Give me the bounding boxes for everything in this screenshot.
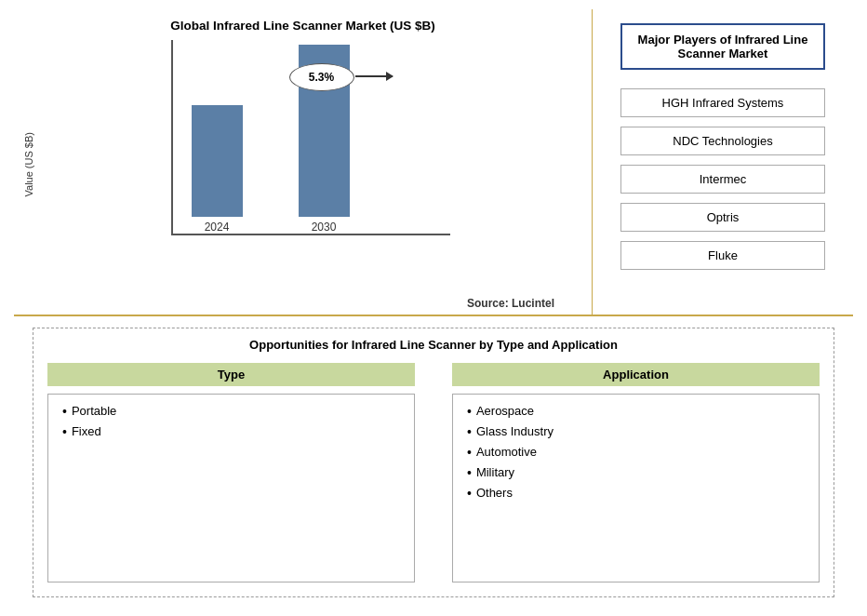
player-item-4: Fluke: [620, 241, 825, 270]
annotation-area: 5.3%: [285, 59, 396, 114]
chart-title: Global Infrared Line Scanner Market (US …: [170, 19, 434, 33]
bullet-icon: •: [467, 424, 472, 439]
player-item-0: HGH Infrared Systems: [620, 88, 825, 117]
app-item-0: • Aerospace: [467, 404, 809, 419]
bullet-icon: •: [467, 486, 472, 501]
bullet-icon: •: [467, 465, 472, 480]
type-item-0: • Portable: [62, 404, 405, 419]
type-content: • Portable • Fixed: [47, 394, 415, 583]
bar-2024: [192, 105, 243, 217]
y-axis-label: Value (US $B): [23, 132, 34, 197]
bars-container: 5.3% 2024 2030: [171, 40, 450, 235]
app-item-2: • Automotive: [467, 445, 809, 460]
player-item-3: Optris: [620, 203, 825, 232]
players-title: Major Players of Infrared Line Scanner M…: [620, 23, 825, 70]
opportunities-title: Opportunities for Infrared Line Scanner …: [47, 338, 820, 352]
chart-wrapper: Value (US $B) 5.3% 2024: [23, 40, 582, 289]
application-content: • Aerospace • Glass Industry • Automotiv…: [452, 394, 820, 583]
application-column: Application • Aerospace • Glass Industry…: [452, 363, 820, 583]
chart-area: Global Infrared Line Scanner Market (US …: [14, 9, 593, 315]
app-item-4: • Others: [467, 486, 809, 501]
bottom-section: Opportunities for Infrared Line Scanner …: [14, 316, 853, 607]
arrow-line: [355, 75, 393, 77]
type-item-1: • Fixed: [62, 424, 405, 439]
annotation-label: 5.3%: [289, 63, 354, 91]
top-section: Global Infrared Line Scanner Market (US …: [14, 9, 853, 316]
player-item-2: Intermec: [620, 165, 825, 194]
type-column: Type • Portable • Fixed: [47, 363, 415, 583]
app-item-1: • Glass Industry: [467, 424, 809, 439]
chart-inner: 5.3% 2024 2030: [38, 40, 582, 289]
bullet-icon: •: [62, 404, 67, 419]
type-header: Type: [47, 363, 415, 386]
player-item-1: NDC Technologies: [620, 127, 825, 155]
bar-label-2030: 2030: [312, 221, 337, 234]
application-header: Application: [452, 363, 820, 386]
main-container: Global Infrared Line Scanner Market (US …: [0, 0, 867, 616]
bullet-icon: •: [467, 445, 472, 460]
bullet-icon: •: [467, 404, 472, 419]
bullet-icon: •: [62, 424, 67, 439]
bar-label-2024: 2024: [205, 221, 230, 234]
app-item-3: • Military: [467, 465, 809, 480]
opportunities-box: Opportunities for Infrared Line Scanner …: [33, 328, 834, 597]
players-area: Major Players of Infrared Line Scanner M…: [593, 9, 853, 315]
bar-group-2024: 2024: [192, 105, 243, 234]
opp-columns: Type • Portable • Fixed Applicat: [47, 363, 820, 583]
source-text: Source: Lucintel: [467, 297, 582, 310]
